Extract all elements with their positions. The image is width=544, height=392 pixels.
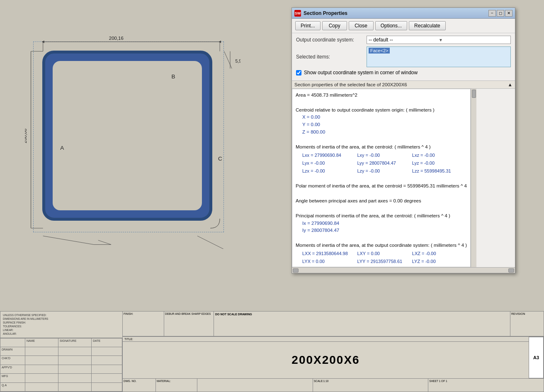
recalculate-button[interactable]: Recalculate (409, 21, 446, 30)
results-scrollbar-area: Area = 4508.73 millimeters^2 Centroid re… (292, 89, 515, 267)
tb-material-label: MATERIAL: (157, 380, 196, 382)
tb-row-qa: Q.A (0, 383, 25, 392)
selected-items-box[interactable]: Face<2> (367, 46, 511, 67)
copy-button[interactable]: Copy (322, 21, 347, 30)
out-lxz: LXZ = -0.00 (412, 250, 467, 257)
tb-row-chkd: CHK'D (0, 356, 25, 365)
minimize-button[interactable]: − (488, 10, 496, 17)
cad-drawing-area: B 200,16 A 200,08 C D 5,93 6,30 R13,80 (0, 0, 274, 299)
close-button[interactable]: Close (349, 21, 374, 30)
tb-notes: UNLESS OTHERWISE SPECIFIED: DIMENSIONS A… (0, 312, 122, 338)
moi-header: Moments of inertia of the area, at the c… (296, 144, 467, 151)
title-block: UNLESS OTHERWISE SPECIFIED: DIMENSIONS A… (0, 311, 544, 392)
dialog-body: Output coordinate system: -- default -- … (292, 33, 515, 80)
out-lzy: LZY = -0.00 (357, 266, 412, 267)
tb-right: FINISH: DEBUR AND BREAK SHARP EDGES DO N… (123, 312, 544, 392)
horizontal-scrollbar-track[interactable] (299, 268, 508, 273)
tb-qa-name (25, 383, 58, 392)
tb-sheet-label: SHEET 1 OF 1 (429, 380, 543, 382)
section-properties-dialog: SW Section Properties − ◻ ✕ Print... Cop… (291, 7, 515, 273)
moi-lyy: Lyy = 28007804.47 (357, 160, 412, 167)
print-button[interactable]: Print... (295, 21, 321, 30)
tb-dontscale-text: DO NOT SCALE DRAWING (215, 313, 509, 316)
title-block-area: UNLESS OTHERWISE SPECIFIED: DIMENSIONS A… (0, 311, 544, 392)
moi-grid: Lxx = 27990690.84 Lxy = -0.00 Lxz = -0.0… (302, 152, 467, 175)
tb-appvd-name (25, 365, 58, 374)
tb-chkd-date (92, 356, 122, 365)
out-lxy: LXY = 0.00 (357, 250, 412, 257)
moi-lzz: Lzz = 55998495.31 (412, 168, 467, 175)
tb-note-2: DIMENSIONS ARE IN MILLIMETERS (3, 317, 120, 321)
tb-mfg-sig (58, 374, 92, 382)
tb-row-drawn: DRAWN (0, 347, 25, 356)
svg-line-19 (43, 236, 94, 245)
selected-items-label: Selected items: (296, 54, 367, 60)
bounding-box-dashed (33, 41, 224, 232)
out-lyy: LYY = 2913597758.61 (357, 258, 412, 265)
selected-items-row: Selected items: Face<2> (296, 46, 511, 67)
horizontal-scroll-left[interactable] (293, 268, 299, 273)
centroid-header: Centroid relative to output coordinate s… (296, 107, 467, 114)
vertical-scrollbar[interactable] (471, 89, 476, 267)
tb-qa-sig (58, 383, 92, 392)
tb-deburr-text: DEBUR AND BREAK SHARP EDGES (165, 312, 213, 315)
solidworks-icon: SW (294, 10, 301, 17)
svg-line-6 (224, 51, 232, 69)
tb-dontscale: DO NOT SCALE DRAWING (214, 312, 510, 336)
centroid-z: Z = 800.00 (302, 129, 467, 136)
principal-header: Principal moments of inertia of the area… (296, 212, 467, 220)
out-lyx: LYX = 0.00 (302, 258, 357, 265)
close-window-button[interactable]: ✕ (505, 10, 512, 17)
tb-revision-text: REVISION (511, 312, 543, 315)
moi-lzx: Lzx = -0.00 (302, 168, 357, 175)
tb-appvd-date (92, 365, 122, 374)
restore-button[interactable]: ◻ (497, 10, 504, 17)
out-lyz: LYZ = -0.00 (412, 258, 467, 265)
scroll-thumb[interactable] (472, 90, 476, 98)
coord-system-dropdown[interactable]: -- default -- ▼ (367, 36, 511, 44)
moi-lyx: Lyx = -0.00 (302, 160, 357, 167)
tb-row-mfg: MFG (0, 374, 25, 382)
section-results-header: Section properties of the selected face … (292, 80, 515, 89)
tb-size-badge: A3 (529, 337, 544, 378)
results-area[interactable]: Area = 4508.73 millimeters^2 Centroid re… (292, 89, 471, 267)
coord-system-value: -- default -- (369, 37, 439, 43)
out-lzx: LZX = -0.00 (302, 266, 357, 267)
polar-moi: Polar moment of inertia of the area, at … (296, 183, 467, 190)
svg-line-18 (98, 240, 111, 244)
moi-lxx: Lxx = 27990690.84 (302, 152, 357, 159)
tb-col-name: NAME (25, 338, 58, 347)
moi-lxz: Lxz = -0.00 (412, 152, 467, 159)
tb-col-empty (0, 338, 25, 347)
tb-drawn-name (25, 347, 58, 356)
tb-row-appvd: APPV'D (0, 365, 25, 374)
out-lzz: LZZ = 55998495.31 (412, 266, 467, 267)
angle-line: Angle between principal axes and part ax… (296, 197, 467, 205)
centroid-x: X = 0.00 (302, 114, 467, 121)
tb-chkd-name (25, 356, 58, 365)
tb-right-top: FINISH: DEBUR AND BREAK SHARP EDGES DO N… (123, 312, 544, 336)
show-coord-checkbox[interactable] (296, 70, 301, 75)
section-header-text: Section properties of the selected face … (294, 82, 407, 87)
tb-col-date: DATE (92, 338, 122, 347)
tb-revision: REVISION (510, 312, 544, 336)
tb-finish-label: FINISH: (124, 312, 163, 315)
show-coord-label: Show output coordinate system in corner … (304, 70, 418, 75)
tb-appvd-sig (58, 365, 92, 374)
options-button[interactable]: Options... (375, 21, 407, 30)
tb-dwg-no-label: DWG. NO. (124, 380, 155, 382)
moi-lyz: Lyz = -0.00 (412, 160, 467, 167)
horizontal-scroll-right[interactable] (508, 268, 514, 273)
dialog-title-text: Section Properties (304, 10, 347, 16)
tb-note-5: LINEAR: (3, 328, 120, 332)
svg-line-20 (197, 236, 232, 249)
svg-text:200,16: 200,16 (109, 36, 124, 41)
tb-left: UNLESS OTHERWISE SPECIFIED: DIMENSIONS A… (0, 312, 123, 392)
tb-deburr: DEBUR AND BREAK SHARP EDGES (164, 312, 214, 336)
tb-sig-table: NAME SIGNATURE DATE DRAWN CHK'D APPV'D (0, 338, 122, 392)
area-line: Area = 4508.73 millimeters^2 (296, 92, 467, 99)
dialog-window-controls[interactable]: − ◻ ✕ (488, 10, 512, 17)
dialog-title-left: SW Section Properties (294, 10, 347, 17)
principal-iy: Iy = 28007804.47 (302, 227, 467, 234)
tb-title-value: 200X200X6 (123, 342, 529, 378)
